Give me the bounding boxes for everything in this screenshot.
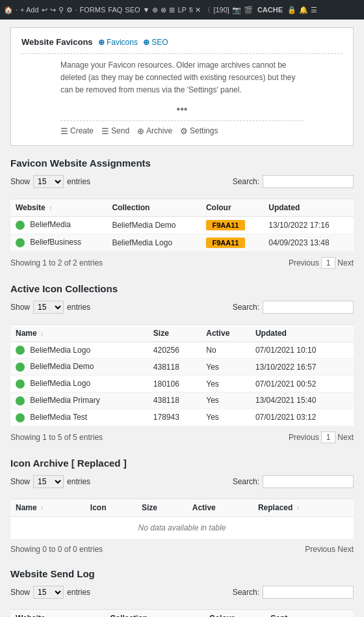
green-circle-icon[interactable] [16,379,25,389]
show-search-row-1: Show 152550100 entries Search: [10,175,354,193]
entries-select-2[interactable]: 152550100 [33,301,64,314]
cell-active: Yes [201,392,250,409]
nav-cache-button[interactable]: CACHE [255,6,285,14]
col-website-4[interactable]: Website [10,609,105,617]
page-num-1[interactable]: 1 [321,257,335,269]
next-btn-1[interactable]: Next [337,258,354,267]
nav-redo[interactable]: ↪ [50,6,56,14]
nav-gear-icon[interactable]: ⚙ [66,6,73,14]
entries-select-4[interactable]: 152550100 [33,586,64,599]
show-label-3: Show [10,477,30,486]
icon-archive-section: Icon Archive [ Replaced ] Show 152550100… [10,458,354,554]
icon-archive-title: Icon Archive [ Replaced ] [10,458,354,469]
divider-mid [60,120,304,121]
cell-size: 180106 [148,376,201,392]
col-icon-3[interactable]: Icon [85,499,136,516]
nav-lock-icon[interactable]: 🔒 [287,6,296,14]
search-label-3: Search: [233,477,259,486]
col-updated-2[interactable]: Updated [250,324,354,342]
cell-colour: F9AA11 [201,216,263,234]
next-btn-2[interactable]: Next [337,433,354,442]
col-replaced-3[interactable]: Replaced ↕ [253,499,354,516]
create-button[interactable]: ☰ Create [60,126,94,136]
nav-home-icon[interactable]: 🏠 [4,6,13,14]
col-size-3[interactable]: Size [136,499,187,516]
col-colour-4[interactable]: Colour [204,609,265,617]
green-circle-icon[interactable] [16,238,25,247]
cell-name: BeliefMedia Primary [10,392,148,409]
cell-updated: 07/01/2021 10:10 [250,342,354,359]
nav-grid-icon[interactable]: ⊞ [169,6,175,14]
cell-active: Yes [201,376,250,392]
search-input-2[interactable] [263,301,354,314]
search-input-4[interactable] [263,586,354,599]
send-icon: ☰ [101,126,109,136]
green-circle-icon[interactable] [16,396,25,405]
nav-seo[interactable]: SEO [125,6,140,14]
nav-fi[interactable]: fi [189,6,193,14]
prev-btn-1[interactable]: Previous [289,258,319,267]
green-circle-icon[interactable] [16,346,25,355]
nav-wp-icon[interactable]: · [16,6,18,14]
col-collection-4[interactable]: Collection [105,609,204,617]
col-sent-4[interactable]: Sent ↕ [265,609,354,617]
show-label-1: Show [10,177,30,186]
show-search-row-2: Show 152550100 entries Search: [10,301,354,319]
nav-camera-icon[interactable]: 📷 [232,6,241,14]
search-row-1: Search: [233,175,354,188]
green-circle-icon[interactable] [16,413,25,422]
show-label-2: Show [10,303,30,312]
nav-angle-icon[interactable]: 〈 [203,5,211,15]
nav-circle-x[interactable]: ⊗ [161,6,166,14]
show-entries-2: Show 152550100 entries [10,301,90,314]
nav-menu-icon[interactable]: ☰ [311,6,317,14]
entries-select-1[interactable]: 152550100 [33,175,64,188]
nav-search-icon[interactable]: ⚲ [58,6,64,14]
showing-text-2: Showing 1 to 5 of 5 entries [10,433,103,442]
settings-button[interactable]: ⚙ Settings [180,126,218,136]
search-row-2: Search: [233,301,354,314]
seo-link[interactable]: ⊕ SEO [143,38,168,47]
cell-updated: 13/04/2021 15:40 [250,392,354,409]
nav-triangle-icon[interactable]: ▼ [143,6,150,14]
archive-button[interactable]: ⊕ Archive [137,126,172,136]
nav-undo[interactable]: ↩ [42,6,47,14]
website-favicons-title: Website Favicons [21,37,93,47]
page-num-2[interactable]: 1 [321,432,335,443]
green-circle-icon[interactable] [16,221,25,230]
col-collection-1[interactable]: Collection [107,199,201,216]
nav-forms[interactable]: FORMS [80,6,106,14]
nav-faq[interactable]: FAQ [108,6,122,14]
favicons-link[interactable]: ⊕ Favicons [98,38,138,47]
nav-video-icon[interactable]: 🎬 [244,6,253,14]
col-website-1[interactable]: Website ↕ [10,199,107,216]
col-name-3[interactable]: Name ↕ [10,499,85,516]
nav-sep1: · [75,6,77,14]
col-active-2[interactable]: Active [201,324,250,342]
divider-top [21,53,343,54]
nav-bell-icon[interactable]: 🔔 [299,6,308,14]
prev-btn-3[interactable]: Previous [305,545,335,554]
table-row: BeliefMedia Primary 438118 Yes 13/04/202… [10,392,354,409]
col-colour-1[interactable]: Colour [201,199,263,216]
entries-select-3[interactable]: 152550100 [33,475,64,488]
nav-circle-plus[interactable]: ⊕ [152,6,158,14]
nav-x-icon[interactable]: ✕ [195,6,201,14]
nav-lp[interactable]: LP [177,6,186,14]
col-active-3[interactable]: Active [187,499,253,516]
search-row-3: Search: [233,475,354,488]
col-name-2[interactable]: Name ↕ [10,324,148,342]
next-btn-3[interactable]: Next [337,545,354,554]
send-button[interactable]: ☰ Send [101,126,129,136]
search-row-4: Search: [233,586,354,599]
col-size-2[interactable]: Size [148,324,201,342]
col-updated-1[interactable]: Updated [263,199,354,216]
search-input-3[interactable] [263,475,354,488]
green-circle-icon[interactable] [16,363,25,372]
icon-collections-title: Active Icon Collections [10,283,354,294]
prev-btn-2[interactable]: Previous [289,433,319,442]
search-input-1[interactable] [263,175,354,188]
nav-add[interactable]: + Add [20,6,38,14]
cell-size: 420256 [148,342,201,359]
description-text: Manage your Favicon resources. Older ima… [60,59,304,97]
